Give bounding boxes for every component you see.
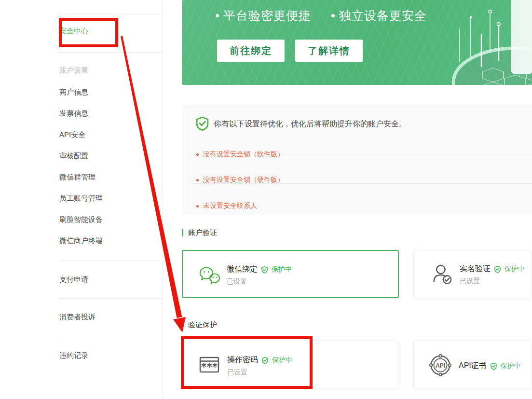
- card-operation-password[interactable]: *** 操作密码 保护中 已设置: [182, 340, 399, 388]
- go-bind-button[interactable]: 前往绑定: [217, 40, 285, 62]
- sidebar-item-face-devices[interactable]: 刷脸智能设备: [59, 215, 103, 224]
- sidebar-item-payment-application[interactable]: 支付申请: [59, 275, 88, 284]
- bullet-dot-icon: [331, 14, 335, 17]
- password-window-icon: ***: [199, 354, 220, 375]
- card-wechat-bind-subtitle: 已设置: [227, 277, 292, 286]
- sidebar-item-merchant-info[interactable]: 商户信息: [59, 88, 88, 97]
- card-realname-status: 保护中: [505, 265, 525, 274]
- api-certificate-seal-icon: API: [429, 354, 452, 377]
- shield-check-icon: [261, 266, 268, 274]
- section-bar-icon: [182, 321, 183, 329]
- banner-feature-1: 平台验密更便捷: [216, 8, 311, 24]
- section-verification-protection-label: 验证保护: [188, 320, 217, 330]
- banner-feature-1-label: 平台验密更便捷: [223, 8, 311, 24]
- sidebar-divider: [59, 52, 163, 53]
- sidebar-item-review-config[interactable]: 审核配置: [59, 151, 88, 161]
- sidebar-item-security-center[interactable]: 安全中心: [59, 27, 88, 36]
- card-wechat-bind[interactable]: 微信绑定 保护中 已设置: [182, 250, 399, 298]
- learn-more-button[interactable]: 了解详情: [295, 40, 363, 62]
- sidebar-item-staff-accounts[interactable]: 员工账号管理: [59, 194, 103, 203]
- sidebar-divider: [59, 261, 163, 261]
- notice-divider: [192, 158, 532, 158]
- sidebar-item-api-security[interactable]: API安全: [59, 130, 85, 139]
- banner-feature-2-label: 独立设备更安全: [339, 8, 427, 24]
- card-realname-title: 实名验证: [460, 264, 491, 274]
- sidebar-item-consumer-complaints[interactable]: 消费者投诉: [59, 313, 95, 322]
- bullet-dot-icon: [196, 153, 199, 156]
- section-account-verification-label: 账户验证: [188, 228, 217, 237]
- security-platform-illustration: [411, 0, 532, 85]
- sidebar: 安全中心 账户设置 商户信息 发票信息 API安全 审核配置 微信群管理 员工账…: [0, 0, 163, 399]
- card-wechat-bind-status: 保护中: [272, 265, 292, 274]
- bullet-dot-icon: [196, 179, 199, 181]
- shield-check-icon: [490, 362, 497, 370]
- notice-title: 你有以下设置待优化，优化后将帮助提升你的账户安全。: [214, 119, 407, 129]
- api-icon-text: API: [436, 362, 445, 369]
- sidebar-item-invoice-info[interactable]: 发票信息: [59, 109, 88, 118]
- card-api-cert-title: API证书: [459, 361, 487, 371]
- shield-check-icon: [494, 265, 501, 273]
- banner-feature-list: 平台验密更便捷 独立设备更安全: [216, 8, 427, 24]
- sidebar-divider: [59, 298, 163, 299]
- password-stars-text: ***: [201, 361, 218, 373]
- shield-check-icon: [261, 357, 269, 364]
- wechat-icon: [198, 266, 221, 285]
- card-realname-subtitle: 已设置: [460, 277, 525, 286]
- card-api-cert-status: 保护中: [501, 362, 521, 371]
- notice-item-contact-label: 未设置安全联系人: [203, 202, 257, 210]
- sidebar-item-violation-records[interactable]: 违约记录: [59, 351, 88, 360]
- person-check-icon: [431, 263, 453, 285]
- sidebar-item-merchant-terminal[interactable]: 微信商户终端: [59, 236, 103, 246]
- notice-divider: [192, 183, 532, 184]
- notice-item-contact[interactable]: 未设置安全联系人: [196, 202, 257, 210]
- card-op-password-title: 操作密码: [227, 355, 258, 365]
- card-op-password-status: 保护中: [272, 356, 292, 365]
- security-lock-banner: 平台验密更便捷 独立设备更安全 前往绑定 了解详情: [182, 0, 532, 85]
- card-op-password-subtitle: 已设置: [227, 368, 292, 377]
- bullet-dot-icon: [196, 205, 199, 207]
- bullet-dot-icon: [216, 14, 219, 17]
- section-verification-protection: 验证保护: [182, 320, 217, 330]
- banner-feature-2: 独立设备更安全: [331, 8, 427, 24]
- card-wechat-bind-title: 微信绑定: [227, 264, 258, 275]
- sidebar-divider: [59, 14, 163, 14]
- sidebar-item-account-settings[interactable]: 账户设置: [59, 66, 88, 75]
- card-realname-verify[interactable]: 实名验证 保护中 已设置: [413, 250, 532, 298]
- section-bar-icon: [182, 229, 183, 236]
- card-api-certificate[interactable]: API API证书 保护中: [413, 340, 532, 388]
- sidebar-divider: [59, 337, 163, 337]
- security-notice-panel: 你有以下设置待优化，优化后将帮助提升你的账户安全。 没有设置安全锁（软件版） 没…: [182, 105, 532, 215]
- security-center-page: 安全中心 账户设置 商户信息 发票信息 API安全 审核配置 微信群管理 员工账…: [0, 0, 532, 399]
- sidebar-item-wechat-group[interactable]: 微信群管理: [59, 173, 95, 182]
- shield-check-icon: [195, 116, 210, 131]
- section-account-verification: 账户验证: [182, 228, 217, 237]
